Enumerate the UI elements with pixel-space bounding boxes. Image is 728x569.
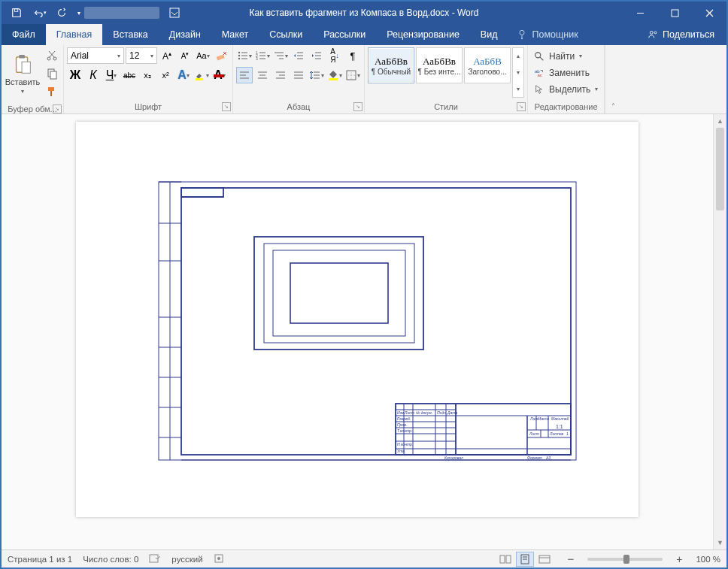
show-marks-button[interactable]: ¶ (344, 47, 361, 64)
zoom-slider[interactable] (587, 558, 663, 561)
status-language[interactable]: русский (171, 555, 202, 564)
zoom-percent[interactable]: 100 % (696, 555, 720, 564)
svg-rect-12 (19, 54, 25, 58)
collapse-ribbon-button[interactable]: ˄ (605, 45, 621, 113)
paste-button[interactable]: Вставить ▾ (5, 47, 41, 100)
tab-view[interactable]: Вид (470, 24, 508, 45)
maximize-button[interactable] (657, 2, 692, 24)
close-button[interactable] (692, 2, 726, 24)
styles-more-button[interactable]: ▴▾▾ (512, 47, 524, 98)
svg-rect-135 (539, 555, 550, 563)
zoom-out-button[interactable]: − (564, 552, 577, 565)
status-page[interactable]: Страница 1 из 1 (8, 555, 72, 564)
borders-button[interactable]: ▾ (344, 67, 361, 83)
font-size-combo[interactable]: 12▾ (126, 47, 157, 64)
font-color-button[interactable]: A▾ (211, 67, 228, 83)
vertical-scrollbar[interactable]: ▲ ▼ (713, 114, 726, 549)
dialog-launcher-icon[interactable]: ↘ (353, 102, 362, 111)
change-case-button[interactable]: Aa▾ (195, 47, 211, 64)
read-mode-button[interactable] (496, 552, 514, 567)
account-placeholder[interactable] (84, 7, 159, 19)
svg-rect-26 (214, 74, 224, 77)
superscript-button[interactable]: x² (157, 67, 174, 83)
multilevel-list-button[interactable]: ▾ (272, 47, 289, 64)
bullets-button[interactable]: ▾ (236, 47, 253, 64)
svg-text:Масса: Масса (538, 416, 549, 421)
find-button[interactable]: Найти▾ (531, 48, 601, 65)
line-spacing-button[interactable]: ▾ (308, 67, 325, 83)
tab-file[interactable]: Файл (2, 24, 46, 45)
tell-me-search[interactable]: Помощник (508, 24, 587, 45)
align-left-button[interactable] (236, 67, 253, 83)
style-tile-2[interactable]: АаБбВЗаголово... (464, 47, 511, 83)
qat-customize-button[interactable]: ▾ (74, 4, 84, 22)
document-viewport[interactable]: Лит Масса Масштаб 1:1 Лист Листов 1 № до… (2, 114, 713, 549)
svg-rect-13 (22, 62, 30, 73)
macro-record-icon[interactable] (214, 553, 224, 565)
svg-point-8 (522, 38, 523, 39)
scroll-down-icon[interactable]: ▼ (714, 536, 726, 549)
web-layout-button[interactable] (535, 552, 554, 567)
ribbon-options-button[interactable] (164, 4, 185, 22)
tab-mailings[interactable]: Рассылки (313, 24, 376, 45)
svg-rect-19 (50, 71, 56, 79)
dialog-launcher-icon[interactable]: ↘ (222, 102, 231, 111)
subscript-button[interactable]: x₂ (139, 67, 156, 83)
tab-design[interactable]: Дизайн (159, 24, 211, 45)
clear-formatting-button[interactable] (213, 47, 229, 64)
format-painter-button[interactable] (44, 83, 60, 100)
justify-button[interactable] (290, 67, 307, 83)
svg-point-27 (238, 52, 240, 53)
strikethrough-button[interactable]: abc (121, 67, 138, 83)
save-button[interactable] (6, 4, 27, 22)
tab-review[interactable]: Рецензирование (376, 24, 470, 45)
print-layout-button[interactable] (516, 552, 534, 567)
font-name-combo[interactable]: Arial▾ (67, 47, 124, 64)
chevron-down-icon: ▾ (117, 53, 120, 59)
align-center-button[interactable] (254, 67, 271, 83)
highlight-button[interactable]: ▾ (193, 67, 210, 83)
style-tile-0[interactable]: АаБбВв¶ Обычный (368, 47, 414, 83)
redo-button[interactable] (51, 4, 72, 22)
numbering-button[interactable]: 123▾ (254, 47, 271, 64)
svg-text:Подп.: Подп. (437, 410, 447, 415)
tab-home[interactable]: Главная (46, 24, 103, 45)
minimize-button[interactable] (623, 2, 657, 24)
zoom-slider-handle[interactable] (623, 555, 629, 564)
dialog-launcher-icon[interactable]: ↘ (517, 102, 526, 111)
text-effects-button[interactable]: A▾ (175, 67, 192, 83)
zoom-in-button[interactable]: + (673, 553, 685, 565)
spellcheck-icon[interactable] (149, 553, 161, 565)
dialog-launcher-icon[interactable]: ↘ (53, 104, 62, 113)
shrink-font-button[interactable]: A▾ (177, 47, 193, 64)
share-button[interactable]: Поделиться (635, 24, 726, 45)
increase-indent-button[interactable] (308, 47, 325, 64)
underline-button[interactable]: Ч▾ (103, 67, 120, 83)
font-size-value: 12 (129, 50, 139, 61)
undo-button[interactable]: ▾ (29, 4, 50, 22)
ribbon-tabs: Файл Главная Вставка Дизайн Макет Ссылки… (2, 24, 726, 45)
shading-button[interactable]: ▾ (326, 67, 343, 83)
copy-button[interactable] (44, 65, 60, 82)
decrease-indent-button[interactable] (290, 47, 307, 64)
bold-button[interactable]: Ж (67, 67, 83, 83)
align-right-button[interactable] (272, 67, 289, 83)
style-tile-1[interactable]: АаБбВв¶ Без инте... (416, 47, 463, 83)
cut-button[interactable] (44, 47, 60, 64)
svg-text:Копировал: Копировал (444, 456, 463, 460)
page: Лит Масса Масштаб 1:1 Лист Листов 1 № до… (76, 122, 639, 517)
italic-button[interactable]: К (85, 67, 102, 83)
grow-font-button[interactable]: A▴ (159, 47, 175, 64)
scroll-up-icon[interactable]: ▲ (714, 114, 726, 128)
sort-button[interactable]: AЯ↓ (326, 47, 343, 64)
svg-text:A3: A3 (545, 456, 551, 460)
tab-references[interactable]: Ссылки (259, 24, 313, 45)
tab-insert[interactable]: Вставка (102, 24, 158, 45)
group-label-clipboard: Буфер обм... (8, 104, 57, 113)
tab-layout[interactable]: Макет (211, 24, 259, 45)
status-words[interactable]: Число слов: 0 (83, 555, 138, 564)
chevron-down-icon: ▾ (21, 88, 24, 95)
select-button[interactable]: Выделить▾ (531, 81, 601, 98)
replace-button[interactable]: abacЗаменить (531, 65, 601, 81)
scroll-thumb[interactable] (716, 128, 724, 210)
